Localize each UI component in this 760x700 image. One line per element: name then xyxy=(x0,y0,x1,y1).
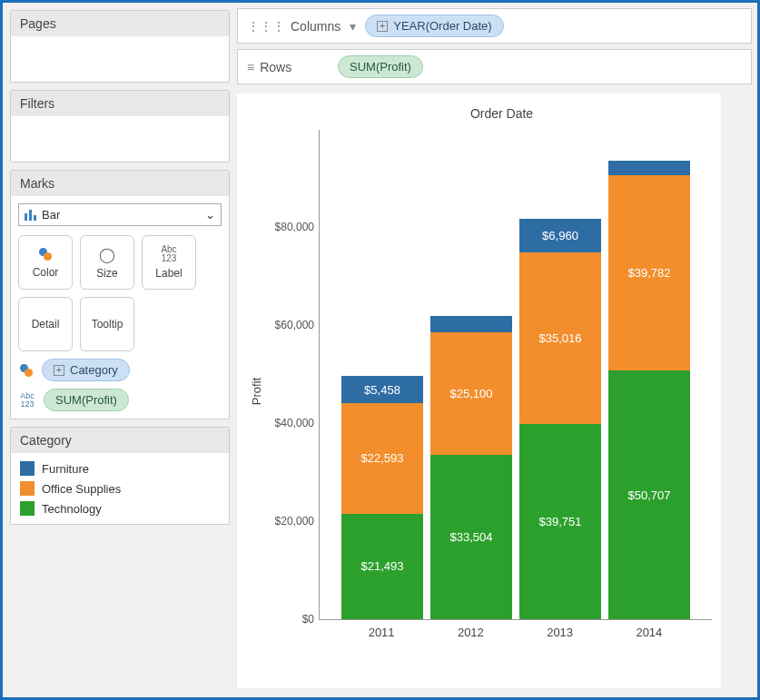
legend-title: Category xyxy=(11,428,229,453)
bar-segment[interactable]: $22,593 xyxy=(341,403,423,514)
bar-column[interactable]: $21,493$22,593$5,458 xyxy=(341,376,423,619)
bar-column[interactable]: $33,504$25,100 xyxy=(430,316,512,619)
bar-segment[interactable]: $5,458 xyxy=(341,376,423,402)
filters-shelf[interactable]: Filters xyxy=(10,90,230,163)
filters-title: Filters xyxy=(11,91,229,116)
rows-label: ≡ Rows xyxy=(247,60,329,74)
color-button[interactable]: Color xyxy=(18,235,73,290)
color-pill-category[interactable]: + Category xyxy=(42,359,130,381)
legend-swatch xyxy=(20,461,35,476)
marks-title: Marks xyxy=(11,171,229,196)
columns-icon: ⋮⋮⋮ xyxy=(247,19,285,34)
y-tick: $0 xyxy=(302,613,320,626)
legend-label: Office Supplies xyxy=(42,482,121,496)
x-tick: 2011 xyxy=(341,626,422,639)
label-icon: Abc123 xyxy=(161,245,176,263)
detail-button[interactable]: Detail xyxy=(18,297,73,351)
bar-column[interactable]: $50,707$39,782 xyxy=(608,161,690,619)
size-icon: ◯ xyxy=(99,246,115,263)
columns-label: ⋮⋮⋮ Columns ▾ xyxy=(247,19,356,34)
legend-item[interactable]: Technology xyxy=(20,498,220,518)
marks-color-shelf: + Category xyxy=(18,359,222,381)
marks-card: Marks Bar ⌄ Color xyxy=(10,170,230,419)
expand-icon[interactable]: + xyxy=(54,365,64,376)
legend-swatch xyxy=(20,481,35,496)
pages-title: Pages xyxy=(11,11,229,36)
legend-label: Technology xyxy=(42,502,102,516)
legend-body: FurnitureOffice SuppliesTechnology xyxy=(11,453,229,524)
bar-segment[interactable]: $35,016 xyxy=(519,252,601,424)
tooltip-button[interactable]: Tooltip xyxy=(80,297,134,351)
marks-body: Bar ⌄ Color ◯ Size Abc123 Label xyxy=(11,196,229,419)
columns-shelf[interactable]: ⋮⋮⋮ Columns ▾ + YEAR(Order Date) xyxy=(237,8,752,44)
columns-pill-year[interactable]: + YEAR(Order Date) xyxy=(365,15,503,37)
rows-icon: ≡ xyxy=(247,60,254,74)
expand-icon[interactable]: + xyxy=(377,21,388,32)
x-axis-labels: 2011201220132014 xyxy=(319,620,712,639)
bar-chart-icon xyxy=(25,210,36,221)
legend-label: Furniture xyxy=(42,462,89,476)
y-tick: $80,000 xyxy=(275,221,320,233)
chart-area: Order Date Profit $21,493$22,593$5,458$3… xyxy=(237,94,721,688)
marks-label-shelf: Abc123 SUM(Profit) xyxy=(18,389,222,411)
size-button[interactable]: ◯ Size xyxy=(80,235,134,290)
bar-segment[interactable]: $39,782 xyxy=(608,175,690,370)
rows-pill-profit[interactable]: SUM(Profit) xyxy=(338,55,423,78)
x-tick: 2012 xyxy=(429,626,511,639)
bar-segment[interactable]: $33,504 xyxy=(430,455,512,619)
legend-card: Category FurnitureOffice SuppliesTechnol… xyxy=(10,427,230,525)
bar-segment[interactable] xyxy=(430,316,512,332)
x-tick: 2014 xyxy=(608,626,690,639)
y-tick: $60,000 xyxy=(275,319,320,331)
label-button[interactable]: Abc123 Label xyxy=(142,235,196,290)
bar-segment[interactable]: $6,960 xyxy=(519,219,601,253)
legend-item[interactable]: Furniture xyxy=(20,458,220,478)
x-tick: 2013 xyxy=(519,626,601,639)
chart-title: Order Date xyxy=(291,103,712,130)
bar-column[interactable]: $39,751$35,016$6,960 xyxy=(519,219,601,619)
y-tick: $40,000 xyxy=(275,417,320,429)
tableau-worksheet: Pages Filters Marks Bar ⌄ xyxy=(0,0,760,700)
legend-item[interactable]: Office Supplies xyxy=(20,478,220,498)
label-pill-profit[interactable]: SUM(Profit) xyxy=(44,389,129,411)
pages-dropzone[interactable] xyxy=(11,36,229,82)
chevron-down-icon: ⌄ xyxy=(205,208,215,222)
label-icon: Abc123 xyxy=(18,392,36,409)
chart-plot: $21,493$22,593$5,458$33,504$25,100$39,75… xyxy=(319,130,712,620)
bar-segment[interactable] xyxy=(608,161,690,176)
bar-segment[interactable]: $25,100 xyxy=(430,332,512,456)
bar-segment[interactable]: $21,493 xyxy=(341,514,423,619)
pages-shelf[interactable]: Pages xyxy=(10,10,230,83)
bar-segment[interactable]: $50,707 xyxy=(608,370,690,619)
rows-shelf[interactable]: ≡ Rows SUM(Profit) xyxy=(237,49,752,84)
color-icon xyxy=(37,246,54,262)
y-axis-label: Profit xyxy=(250,377,263,404)
filters-dropzone[interactable] xyxy=(11,116,229,162)
y-tick: $20,000 xyxy=(275,515,320,527)
dropdown-icon[interactable]: ▾ xyxy=(350,19,356,34)
bar-segment[interactable]: $39,751 xyxy=(519,424,601,619)
color-icon xyxy=(18,362,35,379)
mark-type-label: Bar xyxy=(42,208,60,222)
left-panel: Pages Filters Marks Bar ⌄ xyxy=(3,3,237,697)
bars-container: $21,493$22,593$5,458$33,504$25,100$39,75… xyxy=(320,130,712,619)
mark-type-select[interactable]: Bar ⌄ xyxy=(18,203,222,226)
mark-buttons: Color ◯ Size Abc123 Label Detail Tooltip xyxy=(18,235,222,351)
legend-swatch xyxy=(20,501,35,516)
right-panel: ⋮⋮⋮ Columns ▾ + YEAR(Order Date) ≡ Rows … xyxy=(237,3,757,697)
